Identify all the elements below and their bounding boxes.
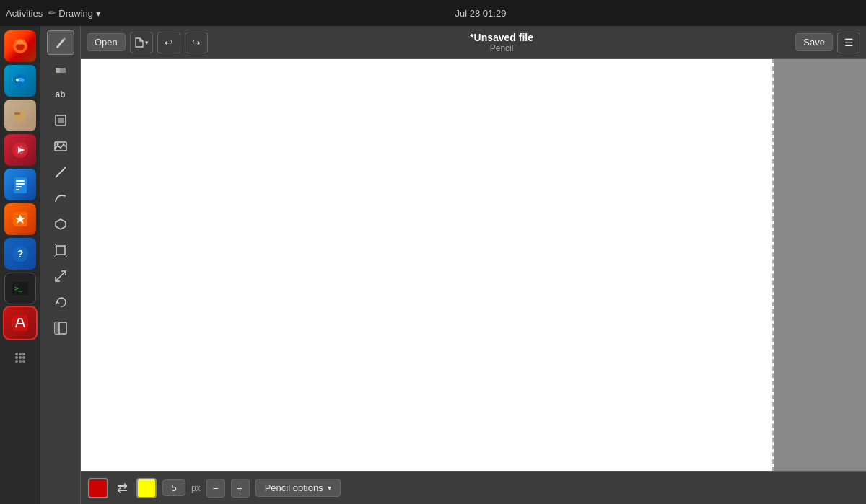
- tool-line[interactable]: [47, 160, 74, 185]
- svg-point-25: [19, 356, 22, 359]
- increase-size-button[interactable]: +: [231, 479, 250, 498]
- svg-rect-12: [16, 186, 22, 187]
- current-tool-name: Pencil: [212, 43, 792, 53]
- pencil-options-label: Pencil options: [265, 482, 323, 493]
- dock-item-drawing[interactable]: [4, 307, 36, 339]
- svg-rect-4: [14, 111, 26, 120]
- svg-rect-9: [14, 177, 27, 193]
- topbar-datetime: Jul 28 01:29: [455, 8, 507, 19]
- bottom-toolbar: ⇄ px − + Pencil options ▾: [81, 471, 866, 504]
- svg-rect-34: [58, 118, 64, 123]
- canvas-container: Open ▾ ↩ ↪ *Unsaved file Pencil Save ☰: [81, 26, 866, 504]
- svg-rect-13: [16, 189, 19, 190]
- size-input[interactable]: [162, 479, 185, 496]
- tool-pencil[interactable]: [47, 30, 74, 55]
- svg-point-21: [15, 353, 18, 355]
- svg-point-28: [19, 360, 22, 363]
- save-button[interactable]: Save: [795, 33, 833, 51]
- drawing-menu[interactable]: ✏ Drawing ▾: [48, 8, 101, 19]
- redo-button[interactable]: ↪: [185, 32, 208, 53]
- dock-item-files[interactable]: [4, 100, 36, 131]
- open-button[interactable]: Open: [87, 33, 126, 51]
- svg-line-43: [65, 255, 67, 257]
- svg-point-24: [15, 356, 18, 359]
- undo-button[interactable]: ↩: [157, 32, 180, 53]
- dock-item-thunderbird[interactable]: [4, 65, 36, 97]
- svg-point-29: [22, 360, 25, 363]
- decrease-size-button[interactable]: −: [206, 479, 225, 498]
- svg-line-37: [56, 167, 66, 177]
- file-dropdown-icon: ▾: [145, 39, 149, 46]
- dock-item-terminal[interactable]: >_: [4, 273, 36, 304]
- pencil-options-button[interactable]: Pencil options ▾: [255, 479, 341, 497]
- svg-text:?: ?: [17, 248, 23, 260]
- tool-curve[interactable]: [47, 186, 74, 211]
- tools-panel: ab: [40, 26, 81, 504]
- svg-rect-11: [16, 183, 25, 185]
- tool-polygon[interactable]: [47, 212, 74, 236]
- file-name: *Unsaved file: [212, 32, 792, 43]
- svg-line-41: [65, 244, 67, 246]
- dock-item-rhythmbox[interactable]: [4, 134, 36, 166]
- size-unit-label: px: [191, 483, 201, 493]
- dock-item-firefox[interactable]: [4, 30, 36, 62]
- right-scroll-area: [774, 59, 866, 471]
- svg-point-36: [56, 143, 58, 146]
- svg-rect-32: [56, 68, 60, 73]
- svg-marker-38: [56, 219, 66, 229]
- tool-panel[interactable]: [47, 316, 74, 340]
- swap-colors-button[interactable]: ⇄: [114, 479, 131, 498]
- dock-item-apps[interactable]: [4, 342, 36, 373]
- tool-shape[interactable]: [47, 108, 74, 133]
- primary-color-button[interactable]: [88, 478, 108, 498]
- svg-line-44: [56, 271, 66, 281]
- svg-rect-39: [56, 246, 65, 255]
- dock-item-help[interactable]: ?: [4, 238, 36, 270]
- main-toolbar: Open ▾ ↩ ↪ *Unsaved file Pencil Save ☰: [81, 26, 866, 59]
- svg-rect-5: [14, 112, 20, 115]
- tool-image[interactable]: [47, 134, 74, 159]
- toolbar-title: *Unsaved file Pencil: [212, 32, 792, 53]
- tool-scale[interactable]: [47, 264, 74, 288]
- dock-item-libreoffice[interactable]: [4, 169, 36, 200]
- tool-transform[interactable]: [47, 238, 74, 262]
- svg-point-3: [16, 79, 19, 81]
- svg-point-22: [19, 353, 22, 355]
- topbar-left: Activities ✏ Drawing ▾: [6, 8, 101, 19]
- pencil-icon-small: ✏: [48, 8, 56, 18]
- main-area: ? >_: [0, 26, 866, 504]
- application-dock: ? >_: [0, 26, 40, 504]
- svg-rect-10: [16, 180, 25, 182]
- activities-button[interactable]: Activities: [6, 8, 43, 19]
- svg-point-27: [15, 360, 18, 363]
- svg-line-42: [54, 255, 56, 257]
- svg-line-40: [54, 244, 56, 246]
- drawing-menu-label: Drawing: [58, 8, 93, 19]
- menu-button[interactable]: ☰: [837, 32, 860, 53]
- svg-text:>_: >_: [14, 285, 22, 292]
- dock-item-appstore[interactable]: [4, 203, 36, 235]
- pencil-options-chevron: ▾: [328, 484, 331, 492]
- file-new-button[interactable]: ▾: [130, 32, 153, 53]
- secondary-color-button[interactable]: [136, 478, 157, 498]
- svg-rect-46: [55, 322, 59, 334]
- drawing-menu-chevron: ▾: [96, 8, 101, 19]
- system-topbar: Activities ✏ Drawing ▾ Jul 28 01:29: [0, 0, 866, 26]
- svg-point-26: [22, 356, 25, 359]
- tool-redo-shape[interactable]: [47, 290, 74, 314]
- tool-text[interactable]: ab: [47, 82, 74, 107]
- drawing-canvas[interactable]: [81, 59, 774, 471]
- tool-eraser[interactable]: [47, 56, 74, 81]
- svg-point-23: [22, 353, 25, 355]
